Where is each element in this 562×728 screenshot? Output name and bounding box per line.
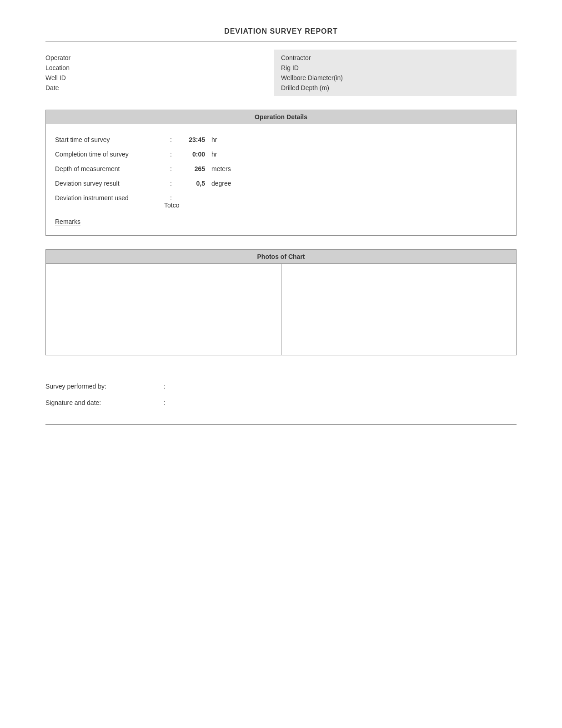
depth-measurement-unit: meters (211, 165, 231, 172)
start-time-unit: hr (211, 136, 217, 143)
start-time-value: 23:45 (178, 136, 205, 143)
operator-field: Operator (45, 54, 274, 61)
deviation-result-value: 0,5 (178, 180, 205, 187)
depth-measurement-row: Depth of measurement : 265 meters (55, 165, 507, 172)
deviation-instrument-colon: : Totco (164, 194, 178, 209)
start-time-label: Start time of survey (55, 136, 164, 143)
photo-cell-right (281, 264, 517, 355)
remarks-label: Remarks (55, 218, 80, 226)
depth-measurement-colon: : (164, 165, 178, 172)
signature-date-label: Signature and date: (45, 399, 146, 406)
operation-details-body: Start time of survey : 23:45 hr Completi… (46, 124, 516, 235)
start-time-row: Start time of survey : 23:45 hr (55, 136, 507, 143)
top-divider (45, 41, 517, 41)
photos-header: Photos of Chart (46, 250, 516, 264)
wellbore-diameter-field: Wellbore Diameter(in) (281, 74, 509, 81)
completion-time-label: Completion time of survey (55, 151, 164, 158)
header-right: Contractor Rig ID Wellbore Diameter(in) … (274, 50, 517, 96)
deviation-result-row: Deviation survey result : 0,5 degree (55, 180, 507, 187)
completion-time-colon: : (164, 151, 178, 158)
rig-id-field: Rig ID (281, 64, 509, 71)
deviation-instrument-label: Deviation instrument used (55, 194, 164, 202)
start-time-colon: : (164, 136, 178, 143)
deviation-instrument-row: Deviation instrument used : Totco (55, 194, 507, 209)
signature-date-row: Signature and date: : (45, 399, 517, 406)
completion-time-unit: hr (211, 151, 217, 158)
survey-performed-label: Survey performed by: (45, 383, 146, 390)
signature-date-colon: : (164, 399, 166, 406)
header-left: Operator Location Well ID Date (45, 50, 274, 96)
photos-body (46, 264, 516, 355)
depth-measurement-label: Depth of measurement (55, 165, 164, 172)
well-id-field: Well ID (45, 74, 274, 81)
report-title: DEVIATION SURVEY REPORT (45, 27, 517, 35)
bottom-divider (45, 425, 517, 425)
survey-performed-colon: : (164, 383, 166, 390)
location-field: Location (45, 64, 274, 71)
deviation-result-label: Deviation survey result (55, 180, 164, 187)
drilled-depth-field: Drilled Depth (m) (281, 84, 509, 91)
photos-section: Photos of Chart (45, 249, 517, 355)
header-info: Operator Location Well ID Date Contracto… (45, 50, 517, 96)
survey-performed-row: Survey performed by: : (45, 383, 517, 390)
deviation-result-unit: degree (211, 180, 231, 187)
operation-details-section: Operation Details Start time of survey :… (45, 110, 517, 236)
completion-time-value: 0:00 (178, 151, 205, 158)
operation-details-header: Operation Details (46, 110, 516, 124)
depth-measurement-value: 265 (178, 165, 205, 172)
date-field: Date (45, 84, 274, 91)
remarks-row: Remarks (55, 218, 507, 226)
signature-section: Survey performed by: : Signature and dat… (45, 383, 517, 406)
photo-cell-left (46, 264, 281, 355)
completion-time-row: Completion time of survey : 0:00 hr (55, 151, 507, 158)
contractor-field: Contractor (281, 54, 509, 61)
deviation-result-colon: : (164, 180, 178, 187)
